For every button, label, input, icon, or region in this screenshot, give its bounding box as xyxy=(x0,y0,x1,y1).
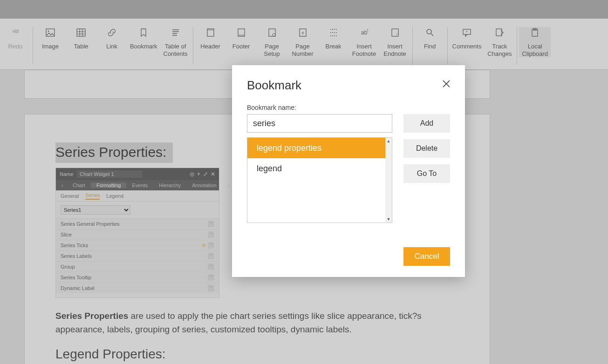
dialog-title: Bookmark xyxy=(247,78,450,93)
bookmark-name-label: Bookmark name: xyxy=(247,104,450,111)
delete-button[interactable]: Delete xyxy=(403,139,450,158)
bookmark-list-item[interactable]: legend xyxy=(247,158,385,179)
add-button[interactable]: Add xyxy=(403,114,450,133)
bookmark-list-item[interactable]: legend properties xyxy=(247,138,385,158)
bookmark-dialog: Bookmark Bookmark name: legend propertie… xyxy=(232,65,465,277)
close-icon xyxy=(442,79,451,88)
goto-button[interactable]: Go To xyxy=(403,164,450,183)
dialog-close-button[interactable] xyxy=(442,79,451,88)
bookmark-list[interactable]: legend properties legend ▲ ▼ xyxy=(247,137,392,223)
bookmark-name-input[interactable] xyxy=(247,114,392,133)
scroll-up-icon[interactable]: ▲ xyxy=(387,138,391,144)
cancel-button[interactable]: Cancel xyxy=(403,247,450,266)
scroll-down-icon[interactable]: ▼ xyxy=(387,216,391,222)
scrollbar[interactable]: ▲ ▼ xyxy=(385,138,392,222)
